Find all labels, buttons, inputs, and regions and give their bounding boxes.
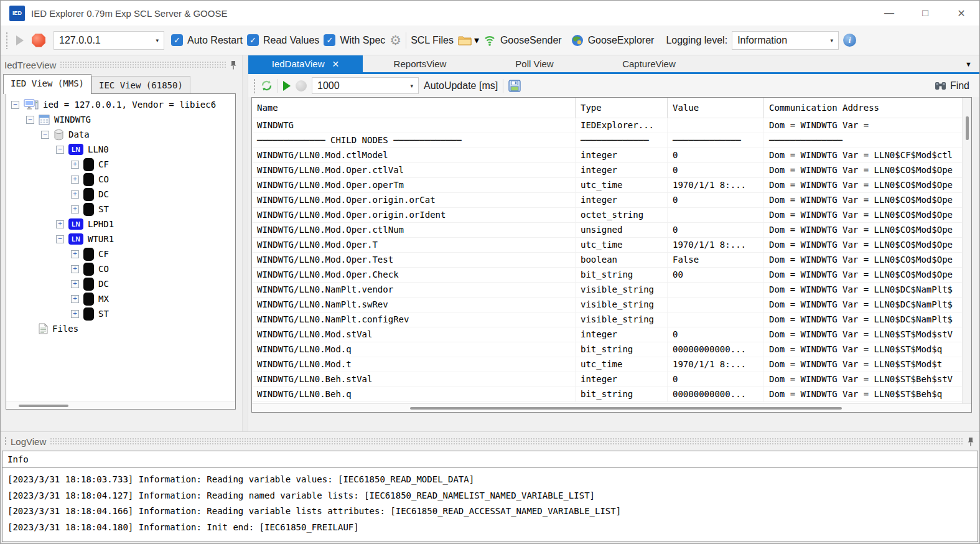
minimize-button[interactable]: —: [871, 1, 907, 26]
tree-expander-icon[interactable]: +: [71, 280, 79, 288]
table-row[interactable]: WINDWTG/LLN0.Mod.Oper.ctlVal integer 0 D…: [252, 163, 962, 178]
tree-node[interactable]: − Data: [6, 127, 235, 142]
tree-expander-icon[interactable]: +: [71, 250, 79, 258]
tab-pollview[interactable]: Poll View: [477, 55, 592, 72]
scl-files-folder-button[interactable]: ▾: [458, 34, 479, 46]
refresh-icon[interactable]: [261, 80, 273, 91]
tree-expander-icon[interactable]: −: [41, 131, 49, 139]
pin-icon[interactable]: [230, 60, 237, 70]
table-row[interactable]: WINDWTG/LLN0.Mod.q bit_string 0000000000…: [252, 342, 962, 357]
with-spec-checkbox-group[interactable]: ✓ With Spec: [324, 34, 385, 46]
with-spec-checkbox[interactable]: ✓: [324, 34, 335, 46]
tab-iec-view-61850[interactable]: IEC View (61850): [91, 76, 190, 93]
interval-combobox[interactable]: 1000 ▾: [312, 77, 419, 94]
tree-node[interactable]: + LN LPHD1: [6, 217, 235, 232]
tree-node[interactable]: + CO: [6, 172, 235, 187]
tree-node[interactable]: + CO: [6, 261, 235, 276]
disconnect-stop-icon[interactable]: [32, 34, 45, 47]
goose-explorer-button[interactable]: GooseExplorer: [571, 34, 655, 47]
toolbar-grip[interactable]: [253, 78, 256, 93]
address-combobox[interactable]: 127.0.0.1 ▾: [54, 31, 164, 50]
tree-expander-icon[interactable]: −: [11, 101, 19, 109]
tree-expander-icon[interactable]: +: [71, 190, 79, 199]
pin-icon[interactable]: [967, 437, 974, 446]
close-button[interactable]: ✕: [943, 1, 979, 26]
read-values-checkbox[interactable]: ✓: [247, 34, 259, 46]
tree-node[interactable]: + DC: [6, 187, 235, 202]
tree-expander-icon[interactable]: +: [71, 205, 79, 213]
log-panel-grip[interactable]: [4, 436, 7, 446]
tree-node[interactable]: + MX: [6, 291, 235, 306]
tree-expander-icon[interactable]: +: [56, 220, 64, 228]
table-row[interactable]: WINDWTG/LLN0.Mod.Oper.operTm utc_time 19…: [252, 178, 962, 193]
column-header-type[interactable]: Type: [576, 98, 668, 118]
tree-expander-icon[interactable]: +: [71, 176, 79, 184]
tree-horizontal-scrollbar[interactable]: [6, 401, 235, 409]
table-row[interactable]: WINDWTG/LLN0.NamPlt.vendor visible_strin…: [252, 283, 962, 298]
auto-restart-checkbox[interactable]: ✓: [171, 34, 183, 46]
find-button[interactable]: Find: [935, 80, 974, 91]
cell-name: WINDWTG/LLN0.Mod.t: [252, 357, 576, 372]
table-row[interactable]: WINDWTG/LLN0.Mod.Oper.Check bit_string 0…: [252, 268, 962, 283]
table-vertical-scrollbar[interactable]: [962, 98, 971, 403]
tree-expander-icon[interactable]: +: [71, 310, 79, 318]
table-row[interactable]: WINDWTG/LLN0.Mod.ctlModel integer 0 Dom …: [252, 148, 962, 163]
connect-play-icon[interactable]: [16, 35, 24, 45]
table-row[interactable]: WINDWTG/LLN0.Mod.Oper.origin.orCat integ…: [252, 193, 962, 208]
maximize-button[interactable]: □: [907, 1, 943, 26]
save-icon[interactable]: [508, 80, 521, 92]
tab-overflow-icon[interactable]: ▼: [965, 60, 972, 68]
gear-icon[interactable]: ⚙: [390, 34, 401, 47]
tree-expander-icon[interactable]: +: [71, 265, 79, 273]
tree-node[interactable]: + CF: [6, 157, 235, 172]
tree-node-label: LLN0: [88, 144, 109, 154]
tree-expander-icon[interactable]: −: [56, 146, 64, 154]
tree-node[interactable]: + ST: [6, 306, 235, 321]
table-row[interactable]: WINDWTG/LLN0.Mod.stVal integer 0 Dom = W…: [252, 327, 962, 342]
auto-restart-checkbox-group[interactable]: ✓ Auto Restart: [171, 34, 243, 46]
table-row[interactable]: WINDWTG/LLN0.Beh.q bit_string 0000000000…: [252, 387, 962, 402]
column-header-address[interactable]: Communication Address: [764, 98, 962, 118]
table-hscrollbar-thumb[interactable]: [410, 407, 842, 410]
table-row[interactable]: WINDWTG/LLN0.Mod.Oper.ctlNum unsigned 0 …: [252, 223, 962, 238]
tree-node[interactable]: + DC: [6, 276, 235, 291]
tab-close-icon[interactable]: ✕: [332, 59, 340, 69]
panel-splitter[interactable]: [242, 55, 248, 431]
tree-node[interactable]: Files: [6, 321, 235, 336]
table-row[interactable]: WINDWTG/LLN0.Mod.Oper.Test boolean False…: [252, 253, 962, 268]
table-row[interactable]: WINDWTG/LLN0.Mod.Oper.T utc_time 1970/1/…: [252, 238, 962, 253]
read-values-checkbox-group[interactable]: ✓ Read Values: [247, 34, 319, 46]
table-row[interactable]: WINDWTG/LLN0.NamPlt.configRev visible_st…: [252, 312, 962, 327]
table-row[interactable]: WINDWTG/LLN0.Mod.t utc_time 1970/1/1 8:.…: [252, 357, 962, 372]
column-header-name[interactable]: Name: [252, 98, 576, 118]
tree-node[interactable]: − WINDWTG: [6, 112, 235, 127]
toolbar-grip[interactable]: [6, 32, 8, 49]
tree-node[interactable]: + CF: [6, 246, 235, 261]
tree-expander-icon[interactable]: −: [56, 235, 64, 243]
column-header-value[interactable]: Value: [668, 98, 764, 118]
goose-sender-button[interactable]: GooseSender: [483, 34, 562, 47]
tab-ieddataview[interactable]: IedDataView ✕: [248, 55, 363, 72]
info-icon[interactable]: i: [843, 34, 856, 47]
stop-autoupdate-icon[interactable]: [296, 80, 307, 91]
tree-node[interactable]: + ST: [6, 202, 235, 217]
tab-captureview[interactable]: CaptureView: [592, 55, 706, 72]
tab-ied-view-mms[interactable]: IED View (MMS): [3, 74, 91, 94]
table-row[interactable]: WINDWTG/LLN0.Mod.Oper.origin.orIdent oct…: [252, 208, 962, 223]
table-horizontal-scrollbar[interactable]: [252, 403, 971, 412]
table-vscrollbar-thumb[interactable]: [966, 116, 969, 140]
table-separator-row[interactable]: ───────────── CHILD NODES ───────────── …: [252, 133, 962, 148]
table-row[interactable]: WINDWTG IEDExplorer... Dom = WINDWTG Var…: [252, 118, 962, 133]
tree-node[interactable]: − LN LLN0: [6, 142, 235, 157]
tree-expander-icon[interactable]: −: [26, 116, 34, 124]
tree-node[interactable]: − LN WTUR1: [6, 232, 235, 246]
tree-node[interactable]: − ied = 127.0.0.1, Vendor = libiec6: [6, 97, 235, 112]
logging-level-combobox[interactable]: Information ▾: [732, 31, 839, 50]
tree-expander-icon[interactable]: +: [71, 295, 79, 303]
table-row[interactable]: WINDWTG/LLN0.NamPlt.swRev visible_string…: [252, 298, 962, 312]
start-autoupdate-icon[interactable]: [283, 81, 291, 91]
tree-expander-icon[interactable]: +: [71, 161, 79, 169]
table-row[interactable]: WINDWTG/LLN0.Beh.stVal integer 0 Dom = W…: [252, 372, 962, 387]
tab-reportsview[interactable]: ReportsView: [363, 55, 477, 72]
tree-scrollbar-thumb[interactable]: [19, 405, 68, 407]
